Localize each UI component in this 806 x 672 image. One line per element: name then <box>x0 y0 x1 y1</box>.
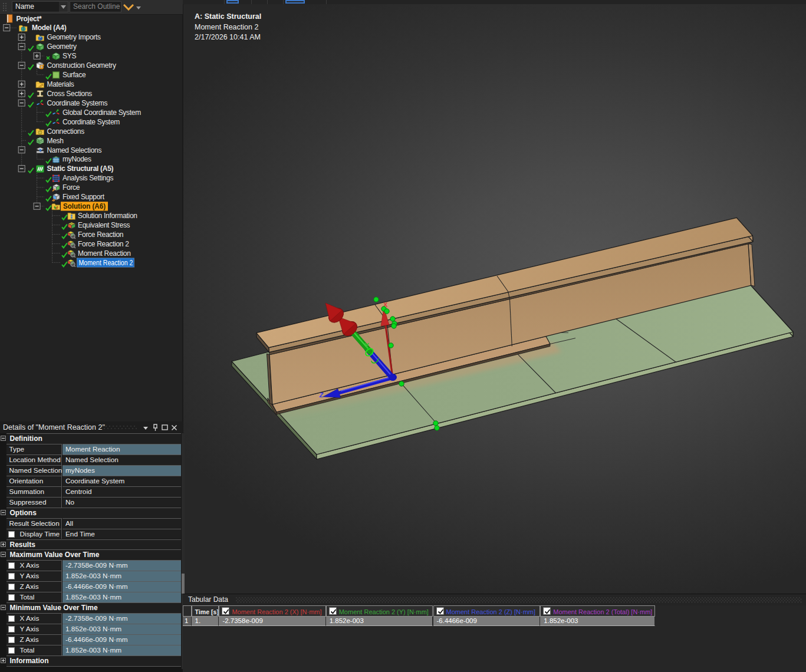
svg-text:Global Coordinate System: Global Coordinate System <box>62 108 141 117</box>
svg-text:Materials: Materials <box>47 80 74 88</box>
svg-text:Cross Sections: Cross Sections <box>47 90 93 98</box>
svg-text:Moment Reaction 2: Moment Reaction 2 <box>79 259 133 267</box>
svg-text:Connections: Connections <box>47 127 85 136</box>
svg-text:Named Selections: Named Selections <box>47 146 102 154</box>
svg-text:Project*: Project* <box>17 15 42 23</box>
svg-text:Moment Reaction: Moment Reaction <box>78 249 131 258</box>
svg-text:Model (A4): Model (A4) <box>32 24 67 32</box>
svg-text:Geometry: Geometry <box>47 42 77 51</box>
svg-text:Analysis Settings: Analysis Settings <box>62 174 114 182</box>
svg-text:Force Reaction 2: Force Reaction 2 <box>78 240 129 248</box>
svg-text:Mesh: Mesh <box>47 137 64 145</box>
svg-text:Fixed Support: Fixed Support <box>62 193 105 201</box>
svg-text:myNodes: myNodes <box>62 155 91 163</box>
svg-text:Y: Y <box>364 342 369 349</box>
svg-text:Surface: Surface <box>62 71 86 79</box>
svg-text:Geometry Imports: Geometry Imports <box>47 33 101 41</box>
svg-text:SYS: SYS <box>62 52 76 60</box>
svg-text:Solution Information: Solution Information <box>78 212 137 220</box>
svg-text:Coordinate Systems: Coordinate Systems <box>47 99 108 107</box>
svg-text:Equivalent Stress: Equivalent Stress <box>78 221 130 229</box>
svg-text:Z: Z <box>319 391 324 398</box>
svg-text:Force Reaction: Force Reaction <box>78 230 123 239</box>
svg-text:Construction Geometry: Construction Geometry <box>47 61 116 70</box>
svg-text:Coordinate System: Coordinate System <box>62 118 120 126</box>
svg-text:Force: Force <box>62 183 80 192</box>
svg-text:Static Structural (A5): Static Structural (A5) <box>47 164 114 173</box>
svg-text:Solution (A6): Solution (A6) <box>63 202 106 210</box>
